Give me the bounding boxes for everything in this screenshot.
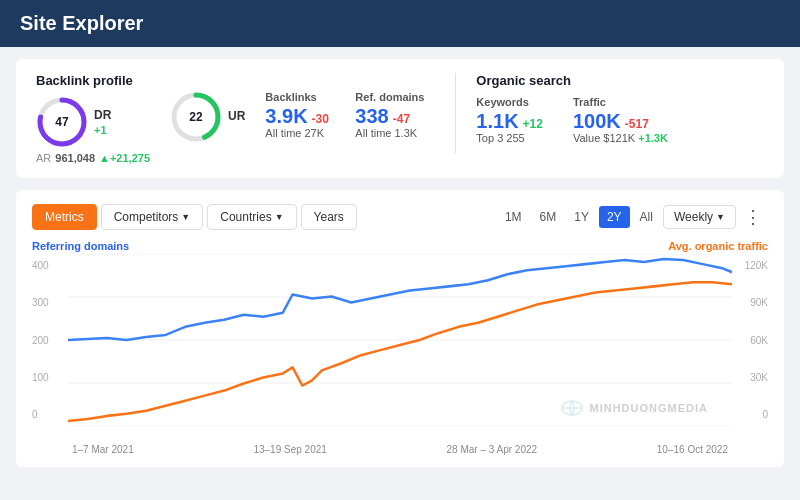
chart-x-labels: 1–7 Mar 2021 13–19 Sep 2021 28 Mar – 3 A…	[32, 444, 768, 455]
x-label-3: 28 Mar – 3 Apr 2022	[447, 444, 538, 455]
organic-title: Organic search	[476, 73, 676, 88]
ar-label: AR	[36, 152, 51, 164]
ur-circle: 22	[170, 91, 222, 143]
time-2y-btn[interactable]: 2Y	[599, 206, 630, 228]
x-label-4: 10–16 Oct 2022	[657, 444, 728, 455]
legend-left: Referring domains	[32, 240, 129, 252]
chart-toolbar: Metrics Competitors ▼ Countries ▼ Years …	[32, 202, 768, 232]
watermark-icon	[560, 396, 584, 420]
watermark-text: MINHDUONGMEDIA	[590, 402, 709, 414]
ar-value: 961,048	[55, 152, 95, 164]
y-axis-right: 120K 90K 60K 30K 0	[745, 260, 768, 420]
organic-section: Organic search Keywords 1.1K +12 Top 3 2…	[476, 73, 764, 144]
weekly-btn[interactable]: Weekly ▼	[663, 205, 736, 229]
y-axis-left: 400 300 200 100 0	[32, 260, 49, 420]
ref-domains-label: Ref. domains	[355, 91, 435, 103]
backlink-title: Backlink profile	[36, 73, 150, 88]
x-label-1: 1–7 Mar 2021	[72, 444, 134, 455]
weekly-arrow: ▼	[716, 212, 725, 222]
ref-domains-value: 338	[355, 105, 388, 127]
ur-label: UR	[228, 109, 245, 123]
traffic-value: 100K	[573, 110, 621, 132]
countries-tab[interactable]: Countries ▼	[207, 204, 296, 230]
more-options-btn[interactable]: ⋮	[738, 202, 768, 232]
keywords-label: Keywords	[476, 96, 543, 108]
backlink-section: Backlink profile 47 DR +1	[36, 73, 435, 164]
chart-area: Referring domains Avg. organic traffic 4…	[32, 240, 768, 440]
backlinks-delta: -30	[312, 112, 329, 126]
years-tab[interactable]: Years	[301, 204, 357, 230]
metrics-tab[interactable]: Metrics	[32, 204, 97, 230]
keywords-value: 1.1K	[476, 110, 518, 132]
backlinks-value: 3.9K	[265, 105, 307, 127]
traffic-label: Traffic	[573, 96, 668, 108]
ar-delta: ▲+21,275	[99, 152, 150, 164]
keywords-top: Top 3 255	[476, 132, 543, 144]
competitors-tab[interactable]: Competitors ▼	[101, 204, 204, 230]
backlinks-alltime: All time 27K	[265, 127, 335, 139]
ref-domains-alltime: All time 1.3K	[355, 127, 435, 139]
app-title: Site Explorer	[20, 12, 143, 34]
dr-delta: +1	[94, 124, 111, 136]
header: Site Explorer	[0, 0, 800, 47]
dr-value: 47	[55, 115, 68, 129]
blue-line	[68, 259, 732, 340]
time-group: 1M 6M 1Y 2Y All Weekly ▼ ⋮	[497, 202, 768, 232]
keywords-delta: +12	[523, 117, 543, 131]
traffic-delta: -517	[625, 117, 649, 131]
backlinks-label: Backlinks	[265, 91, 335, 103]
dr-circle: 47	[36, 96, 88, 148]
ur-value: 22	[189, 110, 202, 124]
section-divider	[455, 73, 456, 153]
ar-row: AR 961,048 ▲+21,275	[36, 152, 150, 164]
stats-card: Backlink profile 47 DR +1	[16, 59, 784, 178]
chart-card: Metrics Competitors ▼ Countries ▼ Years …	[16, 190, 784, 467]
x-label-2: 13–19 Sep 2021	[253, 444, 326, 455]
time-1y-btn[interactable]: 1Y	[566, 206, 597, 228]
dr-label: DR	[94, 108, 111, 122]
time-all-btn[interactable]: All	[632, 206, 661, 228]
ref-domains-delta: -47	[393, 112, 410, 126]
traffic-value-row: Value $121K +1.3K	[573, 132, 668, 144]
watermark: MINHDUONGMEDIA	[560, 396, 709, 420]
competitors-arrow: ▼	[181, 212, 190, 222]
time-6m-btn[interactable]: 6M	[532, 206, 565, 228]
time-1m-btn[interactable]: 1M	[497, 206, 530, 228]
countries-arrow: ▼	[275, 212, 284, 222]
legend-right: Avg. organic traffic	[668, 240, 768, 252]
